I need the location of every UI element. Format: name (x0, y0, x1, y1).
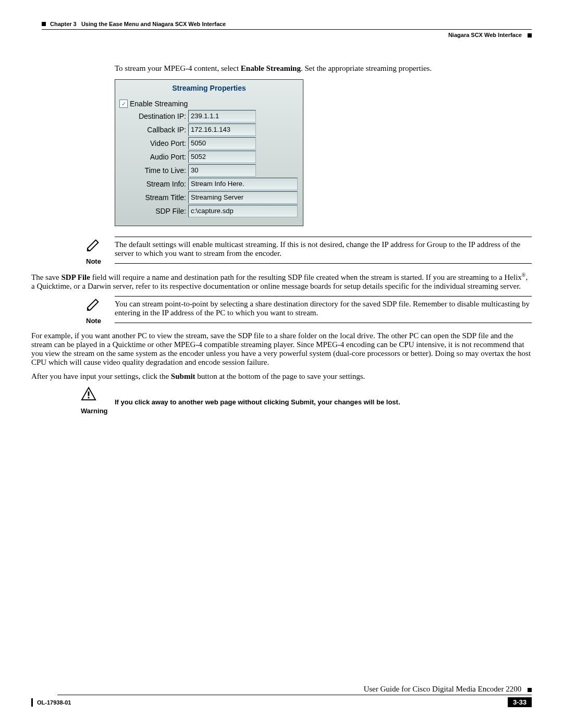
streaming-properties-title: Streaming Properties (115, 80, 303, 97)
audio-port-input[interactable]: 5052 (188, 151, 256, 163)
destination-ip-label: Destination IP: (119, 112, 188, 120)
note-label: Note (86, 314, 101, 325)
warning-label: Warning (81, 404, 108, 415)
warning-body: If you click away to another web page wi… (115, 398, 400, 406)
callback-ip-label: Callback IP: (119, 126, 188, 134)
note-pencil-icon (86, 305, 102, 313)
sdp-para-pre: The save (31, 273, 61, 281)
stream-info-input[interactable]: Stream Info Here. (188, 178, 298, 190)
streaming-properties-panel: Streaming Properties ✓ Enable Streaming … (115, 79, 303, 226)
ttl-input[interactable]: 30 (188, 164, 256, 177)
intro-text-pre: To stream your MPEG-4 content, select (115, 64, 241, 72)
header-bullet-icon (528, 33, 532, 38)
example-paragraph: For example, if you want another PC to v… (31, 331, 532, 367)
note-label: Note (86, 254, 101, 265)
sdp-para-post: field will require a name and destinatio… (90, 273, 522, 281)
svg-rect-1 (88, 397, 90, 399)
ttl-label: Time to Live: (119, 166, 188, 175)
svg-rect-0 (88, 391, 90, 396)
video-port-label: Video Port: (119, 139, 188, 147)
note-pencil-icon (86, 245, 102, 254)
intro-text-post: . Set the appropriate streaming properti… (301, 64, 432, 72)
sdp-para-bold: SDP File (61, 273, 90, 281)
footer-guide-title: User Guide for Cisco Digital Media Encod… (363, 685, 521, 693)
video-port-input[interactable]: 5050 (188, 137, 256, 150)
footer-doc-id: OL-17938-01 (37, 699, 71, 706)
callback-ip-input[interactable]: 172.16.1.143 (188, 124, 256, 136)
chapter-label: Chapter 3 (50, 21, 77, 27)
after-para-pre: After you have input your settings, clic… (31, 372, 171, 380)
stream-info-label: Stream Info: (119, 180, 188, 188)
intro-paragraph: To stream your MPEG-4 content, select En… (115, 64, 532, 73)
intro-text-bold: Enable Streaming (241, 64, 301, 72)
stream-title-label: Stream Title: (119, 193, 188, 202)
page-number-badge: 3-33 (508, 697, 532, 707)
sdp-paragraph: The save SDP File field will require a n… (31, 272, 532, 291)
chapter-title: Using the Ease Menu and Niagara SCX Web … (81, 21, 226, 27)
after-para-post: button at the bottom of the page to save… (195, 372, 365, 380)
footer-bar-icon (31, 698, 33, 707)
footer-bullet-icon (528, 688, 532, 692)
note-1-body: The default settings will enable multica… (115, 240, 520, 257)
sdp-file-input[interactable]: c:\capture.sdp (188, 205, 298, 217)
enable-streaming-checkbox[interactable]: ✓ (119, 100, 128, 108)
note-1-text: The default settings will enable multica… (115, 237, 532, 264)
header-bullet-icon (42, 22, 46, 26)
stream-title-input[interactable]: Streaming Server (188, 191, 298, 204)
note-2-body: You can stream point-to-point by selecti… (115, 300, 530, 317)
section-title: Niagara SCX Web Interface (448, 32, 522, 38)
enable-streaming-label: Enable Streaming (130, 100, 188, 108)
chapter-header: Chapter 3 Using the Ease Menu and Niagar… (42, 21, 532, 27)
audio-port-label: Audio Port: (119, 153, 188, 161)
section-header: Niagara SCX Web Interface (42, 29, 532, 38)
note-2-text: You can stream point-to-point by selecti… (115, 296, 532, 323)
sdp-file-label: SDP File: (119, 207, 188, 215)
after-paragraph: After you have input your settings, clic… (31, 372, 532, 381)
warning-triangle-icon (81, 395, 96, 403)
page-footer: User Guide for Cisco Digital Media Encod… (31, 685, 532, 707)
destination-ip-input[interactable]: 239.1.1.1 (188, 110, 256, 122)
warning-text: If you click away to another web page wi… (115, 386, 532, 406)
after-para-bold: Submit (171, 372, 195, 380)
